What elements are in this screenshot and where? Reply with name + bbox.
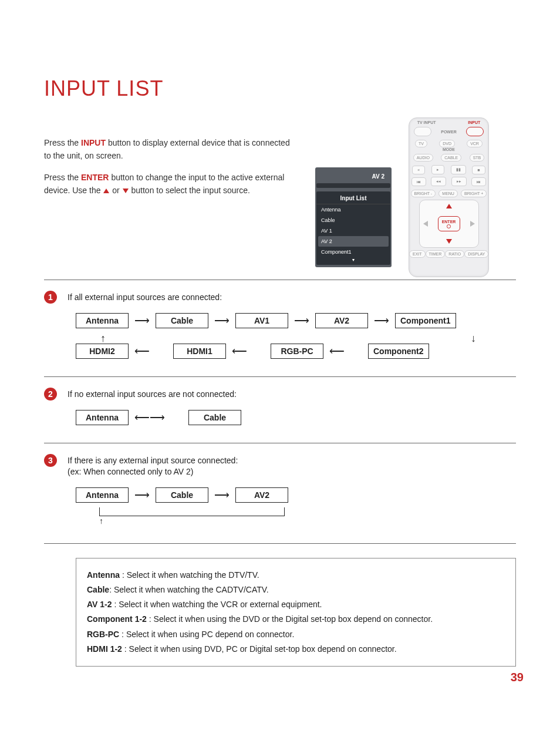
- osd-separator: [316, 183, 390, 188]
- enter-label: ENTER: [81, 173, 109, 182]
- arrow-right-icon: ⟶: [294, 315, 309, 326]
- step-3-badge: 3: [44, 454, 57, 467]
- remote-bright-minus-button[interactable]: BRIGHT -: [411, 190, 436, 197]
- intro-p2c: or: [112, 186, 122, 195]
- legend-term-cable: Cable: [87, 585, 109, 594]
- remote-input-button[interactable]: [466, 127, 484, 136]
- legend-desc-rgbpc: : Select it when using PC depend on conn…: [119, 630, 294, 639]
- flow-box-antenna: Antenna: [76, 313, 129, 328]
- remote-right-button[interactable]: [470, 221, 475, 227]
- intro-p2d: button to select the input source.: [131, 186, 250, 195]
- remote-power-label: POWER: [441, 130, 456, 134]
- down-arrow-icon: [123, 189, 129, 193]
- remote-enter-dot-icon: [447, 224, 451, 228]
- remote-play-button[interactable]: ▸: [431, 165, 444, 174]
- remote-dvd-button[interactable]: DVD: [439, 140, 455, 147]
- flow-box-hdmi1: HDMI1: [173, 344, 226, 359]
- flow-box-av2: AV2: [315, 313, 368, 328]
- remote-menu-button[interactable]: MENU: [438, 190, 458, 197]
- remote-exit-button[interactable]: EXIT: [409, 250, 426, 258]
- arrow-up-icon: ↑: [99, 516, 516, 526]
- flow-box-antenna: Antenna: [76, 410, 129, 425]
- legend-term-antenna: Antenna: [87, 570, 120, 580]
- step-3-text-line1: If there is any external input source co…: [68, 455, 238, 467]
- step-1-text: If all external input sources are connec…: [68, 291, 222, 304]
- up-arrow-icon: [103, 189, 109, 193]
- remote-mode-label: MODE: [409, 147, 488, 152]
- page-number: 39: [511, 671, 524, 684]
- remote-bright-plus-button[interactable]: BRIGHT +: [461, 190, 487, 197]
- remote-down-button[interactable]: [446, 239, 452, 244]
- osd-menu-title: Input List: [316, 191, 390, 204]
- remote-input-label: INPUT: [468, 120, 480, 124]
- intro-p2a: Press the: [44, 173, 81, 182]
- remote-audio-button[interactable]: AUDIO: [413, 154, 433, 161]
- step-3: 3 If there is any external input source …: [44, 454, 516, 478]
- remote-up-button[interactable]: [446, 204, 452, 208]
- legend-desc-av: : Select it when watching the VCR or ext…: [112, 600, 322, 609]
- arrow-right-icon: ⟶: [374, 315, 389, 326]
- step-3-flow: Antenna ⟶ Cable ⟶ AV2 ↑: [76, 487, 516, 526]
- remote-next-button[interactable]: ⏭: [471, 177, 486, 186]
- osd-item-component1: Component1: [316, 247, 390, 257]
- remote-fwd-button[interactable]: ▸▸: [451, 177, 467, 186]
- osd-banner: AV 2: [315, 167, 392, 182]
- legend-term-av: AV 1-2: [87, 600, 112, 609]
- divider: [44, 376, 516, 377]
- flow-return-line: [99, 507, 285, 516]
- arrow-right-icon: ⟶: [134, 315, 150, 326]
- flow-box-cable: Cable: [156, 313, 208, 328]
- divider: [44, 543, 516, 544]
- step-2: 2 If no external input sources are not c…: [44, 388, 516, 401]
- remote-stop-button[interactable]: ■: [472, 166, 485, 174]
- remote-timer-button[interactable]: TIMER: [426, 250, 446, 258]
- divider: [44, 280, 516, 280]
- flow-box-av2: AV2: [235, 487, 288, 503]
- flow-box-antenna: Antenna: [76, 487, 129, 503]
- flow-box-rgbpc: RGB-PC: [271, 344, 323, 359]
- divider: [44, 443, 516, 443]
- flow-box-hdmi2: HDMI2: [76, 344, 129, 359]
- legend-desc-antenna: : Select it when watching the DTV/TV.: [120, 570, 259, 580]
- legend-desc-component: : Select it when using the DVD or the Di…: [147, 614, 433, 624]
- legend-term-hdmi: HDMI 1-2: [87, 644, 122, 654]
- remote-cable-button[interactable]: CABLE: [441, 154, 461, 161]
- input-legend: Antenna : Select it when watching the DT…: [76, 558, 516, 667]
- step-1: 1 If all external input sources are conn…: [44, 291, 516, 304]
- remote-pause-button[interactable]: ▮▮: [451, 165, 466, 174]
- remote-back-button[interactable]: ◂◂: [431, 177, 446, 186]
- intro-p1a: Press the: [44, 138, 81, 147]
- remote-prev-button[interactable]: ⏮: [411, 177, 426, 186]
- osd-panel: AV 2 Input List Antenna Cable AV 1 AV 2 …: [315, 167, 392, 267]
- osd-item-cable: Cable: [316, 215, 390, 226]
- arrow-leftright-icon: ⟵⟶: [134, 412, 165, 423]
- arrow-down-icon: ↓: [471, 333, 476, 344]
- flow-box-cable: Cable: [188, 410, 241, 425]
- legend-term-rgbpc: RGB-PC: [87, 630, 119, 639]
- arrow-left-icon: ⟵: [329, 346, 345, 356]
- remote-stb-button[interactable]: STB: [470, 154, 485, 161]
- osd-more-icon: ▾: [316, 257, 390, 263]
- arrow-left-icon: ⟵: [232, 346, 247, 356]
- arrow-left-icon: ⟵: [134, 346, 150, 356]
- remote-dpad: ENTER: [419, 200, 479, 248]
- flow-box-cable: Cable: [156, 487, 208, 503]
- arrow-right-icon: ⟶: [134, 490, 150, 500]
- input-label: INPUT: [81, 138, 106, 147]
- page-title: INPUT LIST: [44, 76, 516, 101]
- osd-menu: Input List Antenna Cable AV 1 AV 2 Compo…: [316, 191, 390, 265]
- remote-vcr-button[interactable]: VCR: [467, 140, 483, 147]
- remote-rewind-button[interactable]: «: [412, 166, 425, 174]
- remote-tv-button[interactable]: TV: [415, 140, 427, 147]
- flow-box-av1: AV1: [235, 313, 288, 328]
- remote-left-button[interactable]: [423, 221, 428, 227]
- remote-display-button[interactable]: DISPLAY: [464, 250, 488, 258]
- flow-box-component2: Component2: [368, 344, 429, 359]
- remote-enter-button[interactable]: ENTER: [438, 216, 460, 231]
- remote-ratio-button[interactable]: RATIO: [445, 250, 464, 258]
- remote-tvinput-button[interactable]: [414, 127, 431, 136]
- arrow-right-icon: ⟶: [214, 315, 230, 326]
- step-2-badge: 2: [44, 388, 57, 401]
- remote-control: TV INPUT INPUT POWER TV DVD VCR MODE AUD…: [409, 117, 489, 277]
- arrow-right-icon: ⟶: [214, 490, 230, 500]
